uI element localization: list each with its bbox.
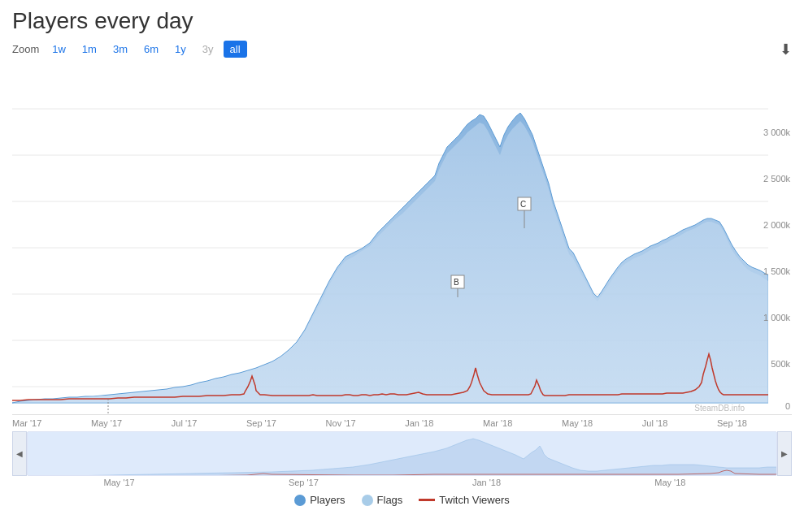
y-label-0: 0 [785, 401, 790, 411]
x-label-sep17: Sep '17 [246, 418, 276, 428]
y-label-2000k: 2 000k [763, 220, 790, 230]
page-title: Players every day [12, 8, 792, 34]
flags-dot [362, 495, 373, 506]
main-chart: A B C 0 500k 1 000k 1 500k 2 000k 2 500k… [12, 66, 792, 415]
players-label: Players [310, 494, 345, 506]
flags-area [12, 121, 768, 403]
watermark: SteamDB.info [694, 404, 745, 413]
mini-nav-right[interactable]: ▶ [777, 431, 792, 476]
zoom-controls: Zoom 1w 1m 3m 6m 1y 3y all ⬇ [12, 41, 792, 58]
x-label-mar17: Mar '17 [12, 418, 41, 428]
y-label-1500k: 1 500k [763, 266, 790, 276]
chart-svg: A B C [12, 66, 768, 415]
zoom-1y[interactable]: 1y [168, 41, 193, 58]
y-axis: 0 500k 1 000k 1 500k 2 000k 2 500k 3 000… [747, 66, 792, 415]
zoom-1w[interactable]: 1w [46, 41, 72, 58]
x-label-nov17: Nov '17 [326, 418, 356, 428]
mini-x-jan18: Jan '18 [472, 478, 501, 487]
zoom-label: Zoom [12, 43, 39, 55]
x-label-may17: May '17 [91, 418, 122, 428]
zoom-all[interactable]: all [224, 41, 247, 58]
twitch-line-legend [419, 499, 435, 501]
legend-players: Players [294, 494, 345, 506]
legend-twitch: Twitch Viewers [419, 494, 509, 506]
x-label-mar18: Mar '18 [483, 418, 512, 428]
y-label-2500k: 2 500k [763, 174, 790, 184]
mini-x-may17: May '17 [104, 478, 135, 487]
svg-text:B: B [454, 278, 459, 287]
mini-chart-svg [28, 432, 776, 476]
svg-marker-16 [28, 439, 776, 476]
legend-flags: Flags [362, 494, 403, 506]
players-dot [294, 495, 306, 506]
x-label-may18: May '18 [562, 418, 593, 428]
flags-label: Flags [377, 494, 403, 506]
x-label-jan18: Jan '18 [405, 418, 433, 428]
svg-text:C: C [520, 200, 526, 209]
twitch-label: Twitch Viewers [439, 494, 509, 506]
mini-chart[interactable] [27, 431, 777, 476]
zoom-1m[interactable]: 1m [76, 41, 103, 58]
y-label-500k: 500k [771, 359, 790, 369]
y-label-3000k: 3 000k [763, 128, 790, 137]
x-axis: Mar '17 May '17 Jul '17 Sep '17 Nov '17 … [12, 415, 792, 428]
zoom-3m[interactable]: 3m [106, 41, 134, 58]
mini-x-may18: May '18 [654, 478, 685, 487]
x-label-jul18: Jul '18 [642, 418, 667, 428]
y-label-1000k: 1 000k [763, 313, 790, 322]
download-button[interactable]: ⬇ [780, 41, 792, 58]
zoom-6m[interactable]: 6m [137, 41, 165, 58]
zoom-3y: 3y [196, 41, 220, 58]
mini-nav-left[interactable]: ◀ [12, 431, 27, 476]
mini-x-sep17: Sep '17 [289, 478, 319, 487]
x-label-sep18: Sep '18 [717, 418, 747, 428]
legend: Players Flags Twitch Viewers [12, 494, 792, 506]
mini-x-axis: May '17 Sep '17 Jan '18 May '18 [12, 476, 792, 487]
x-label-jul17: Jul '17 [172, 418, 197, 428]
